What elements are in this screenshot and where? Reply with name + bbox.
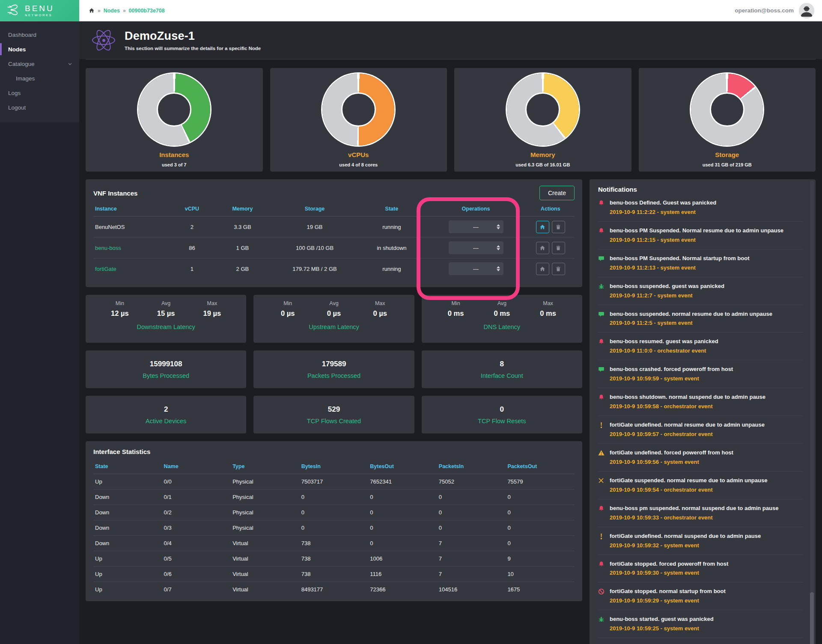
sidebar-item-dashboard[interactable]: Dashboard [0, 27, 79, 42]
benu-logo-icon [6, 2, 21, 19]
vcpu-cell: 1 [170, 258, 214, 279]
select-arrows-icon [497, 245, 500, 250]
interface-cell: Physical [231, 474, 300, 490]
operations-select[interactable]: --- [449, 241, 503, 254]
sidebar-item-logs[interactable]: Logs [0, 86, 79, 100]
latency-card: Min0 µsAvg0 µsMax0 µsUpstream Latency [253, 295, 414, 343]
vnf-row: BenuNetOS23.3 GB19 GBrunning--- [93, 217, 575, 237]
notification-item[interactable]: benu-boss crashed. forced poweroff from … [598, 360, 803, 388]
notification-text: benu-boss suspended. guest was panicked [610, 283, 724, 290]
instance-name[interactable]: fortiGate [95, 266, 116, 272]
interface-cell: 0 [368, 520, 437, 536]
counter-value: 15999108 [150, 360, 182, 368]
delete-action-button[interactable] [552, 242, 565, 254]
notifications-scrollbar[interactable] [810, 181, 814, 644]
delete-action-button[interactable] [552, 263, 565, 275]
topbar: BENU NETWORKS » Nodes » 00900b73e708 ope… [0, 0, 822, 21]
latency-label: Upstream Latency [253, 323, 414, 330]
interface-cell: 10 [506, 567, 575, 582]
avatar[interactable] [799, 3, 814, 18]
page-subtitle: This section will summarize the details … [125, 46, 261, 51]
latency-stat-key: Avg [157, 300, 175, 306]
interface-cell: Physical [231, 505, 300, 520]
home-action-button[interactable] [536, 263, 549, 275]
notification-text: fortiGate stopped. normal startup from b… [610, 588, 726, 595]
notification-item[interactable]: benu-boss pm suspended. normal suspend d… [598, 499, 803, 527]
chevron-down-icon [68, 62, 72, 66]
operations-select[interactable]: --- [449, 220, 503, 233]
notification-item[interactable]: benu-boss suspended. normal resume due t… [598, 305, 803, 333]
interface-cell: 0/4 [162, 536, 231, 551]
interface-cell: Virtual [231, 582, 300, 597]
sidebar-item-logout[interactable]: Logout [0, 100, 79, 115]
notification-item[interactable]: benu-boss resumed. guest was panicked201… [598, 332, 803, 360]
vcpu-cell: 86 [170, 237, 214, 258]
interface-row: Up0/7Virtual8493177723661045161675 [93, 582, 575, 597]
sidebar-item-label: Catalogue [8, 61, 35, 67]
counter-label: TCP Flow Resets [478, 418, 526, 424]
interface-cell: Virtual [231, 551, 300, 567]
interface-statistics-title: Interface Statistics [93, 448, 575, 455]
sidebar-item-label: Nodes [8, 46, 26, 53]
sidebar-item-catalogue[interactable]: Catalogue [0, 56, 79, 71]
counter-label: Packets Processed [307, 372, 360, 379]
notification-time: 2019-10-9 10:59:29 - system event [610, 597, 726, 604]
notifications-title: Notifications [598, 186, 803, 193]
notification-item[interactable]: fortiGate stopped. forced poweroff from … [598, 555, 803, 583]
notification-item[interactable]: fortiGate undefined. normal suspend due … [598, 527, 803, 555]
notification-item[interactable]: benu-boss shutdown. normal suspend due t… [598, 388, 803, 416]
vnf-col-storage: Storage [271, 201, 358, 217]
bell-icon [598, 394, 605, 401]
home-action-button[interactable] [536, 221, 549, 233]
select-arrows-icon [497, 266, 500, 271]
sidebar-item-nodes[interactable]: Nodes [0, 42, 79, 56]
notification-time: 2019-10-9 11:2:13 - system event [610, 264, 749, 271]
create-button[interactable]: Create [539, 186, 575, 200]
interface-cell: 0 [300, 520, 369, 536]
interface-cell: 0 [506, 505, 575, 520]
breadcrumb-node-id[interactable]: 00900b73e708 [129, 8, 165, 14]
notification-time: 2019-10-9 10:59:56 - system event [610, 459, 733, 465]
interface-cell: 0 [368, 490, 437, 505]
interface-cell: 0/3 [162, 520, 231, 536]
gauge-caption: used 3 of 7 [162, 162, 186, 167]
donut-chart [691, 74, 763, 145]
instance-name[interactable]: benu-boss [95, 245, 121, 251]
notification-time: 2019-10-9 11:2:22 - system event [610, 209, 716, 215]
notification-time: 2019-10-9 10:59:54 - orchestrator event [610, 487, 767, 493]
exclamation-icon [598, 533, 605, 540]
notification-item[interactable]: fortiGate suspended. normal resume due t… [598, 472, 803, 499]
vnf-row: benu-boss861 GB100 GB /10 GBin shutdown-… [93, 237, 575, 258]
notification-item[interactable]: benu-boss Defined. Guest was panicked201… [598, 194, 803, 222]
delete-action-button[interactable] [552, 221, 565, 233]
brand-name: BENU [25, 4, 54, 12]
breadcrumb-nodes[interactable]: Nodes [104, 8, 120, 14]
counter-value: 2 [164, 405, 168, 414]
interface-cell: 0/1 [162, 490, 231, 505]
home-action-button[interactable] [536, 242, 549, 254]
home-icon[interactable] [89, 8, 95, 13]
operations-select[interactable]: --- [449, 262, 503, 275]
interface-cell: 738 [300, 567, 369, 582]
notification-item[interactable]: benu-boss PM Suspended. Normal resume du… [598, 222, 803, 249]
notification-item[interactable]: fortiGate undefined. forced poweroff fro… [598, 444, 803, 472]
scrollbar-thumb[interactable] [810, 592, 814, 644]
notification-item[interactable]: fortiGate undefined. normal resume due t… [598, 416, 803, 444]
storage-cell: 100 GB /10 GB [271, 237, 358, 258]
interface-cell: Up [93, 582, 162, 597]
latency-stat-key: Avg [494, 300, 510, 306]
interface-row: Down0/1Physical0000 [93, 490, 575, 505]
notification-item[interactable]: benu-boss started. guest was panicked201… [598, 610, 803, 638]
gauge-caption: used 31 GB of 219 GB [703, 162, 752, 167]
interface-col-packetsin: PacketsIn [437, 459, 506, 474]
brand-logo[interactable]: BENU NETWORKS [0, 0, 79, 21]
notification-item[interactable]: benu-boss suspended. guest was panicked2… [598, 277, 803, 305]
bug-icon [598, 283, 605, 290]
vcpu-cell: 2 [170, 217, 214, 237]
counter-card: 529TCP Flows Created [253, 396, 414, 433]
notification-item[interactable]: benu-boss stopped. normal resume due to … [598, 638, 803, 644]
notification-item[interactable]: fortiGate stopped. normal startup from b… [598, 582, 803, 610]
donut-chart [138, 74, 210, 145]
notification-item[interactable]: benu-boss PM Suspended. Normal startup f… [598, 249, 803, 277]
sidebar-item-images[interactable]: Images [0, 71, 79, 86]
